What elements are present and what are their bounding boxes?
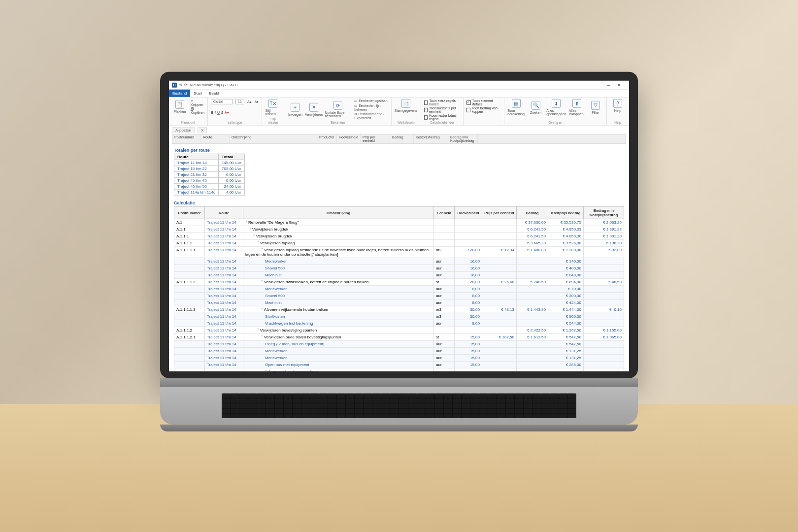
route-link[interactable]: Traject 11 t/m 14 [207,314,236,319]
route-link[interactable]: Traject 11 t/m 14 [207,234,236,238]
help-button[interactable]: ?Help [610,99,626,112]
route-link[interactable]: Traject 114a t/m 114c [177,190,215,195]
route-link[interactable]: Traject 11 t/m 14 [207,328,236,332]
route-link[interactable]: Traject 11 t/m 14 [207,363,236,367]
route-link[interactable]: Traject 11 t/m 14 [207,349,236,353]
calc-row: Traject 11 t/m 14Medewerkeruur15,00€ 131… [174,347,624,354]
route-link[interactable]: Traject 46 t/m 50 [177,184,207,189]
ribbon-tab-start[interactable]: Start [190,90,205,97]
chk-extra-total[interactable]: Koorn extra totaal regels [424,114,461,121]
font-name-select[interactable]: Calibri [211,99,233,104]
chk-extra-rows[interactable]: Toon extra regels boven [424,99,461,106]
route-link[interactable]: Traject 11 t/m 14 [207,287,236,291]
calc-header[interactable]: Postnummer [174,206,205,219]
doc-tab[interactable]: A-posten [172,127,195,133]
stamgegevens-button[interactable]: 📑Stamgegevens [395,99,418,112]
calc-header[interactable]: Prijs per eenheid [482,206,517,219]
calc-title: Calculatie [174,200,624,205]
desc-link[interactable]: Medewerker [265,287,287,291]
font-color-button[interactable]: A▾ [225,110,229,114]
route-link[interactable]: Traject 11 t/m 14 [207,248,236,252]
route-link[interactable]: Traject 11 t/m 14 [207,356,236,360]
copy-button[interactable]: 🗐 Kopiëren [191,107,204,114]
search-button[interactable]: 🔍Zoeken [528,100,544,114]
filter-button[interactable]: ▽Filter [588,100,603,114]
route-link[interactable]: Traject 11 t/m 14 [207,220,236,225]
calc-header[interactable]: Hoeveelheid [455,206,482,219]
route-link[interactable]: Traject 11 t/m 14 [207,300,236,305]
font-shrink-icon[interactable]: A▾ [255,100,259,103]
save-units-button[interactable]: ▭ Eenheden opslaan [354,99,387,103]
route-link[interactable]: Traject 11 t/m 14 [207,307,236,312]
desc-link[interactable]: Machinist [265,300,282,305]
expand-icon[interactable]: ˅ [249,227,251,232]
route-link[interactable]: Traject 11 t/m 14 [207,294,236,298]
qat-redo-icon[interactable]: ⟳ [184,83,188,87]
desc-link[interactable]: Shovel 500 [265,266,285,270]
desc-link[interactable]: Medewerker [265,259,287,264]
ribbon-tab-beeld[interactable]: Beeld [205,90,222,97]
italic-button[interactable]: I [215,111,216,114]
route-link[interactable]: Traject 11 t/m 14 [207,259,236,264]
update-excel-button[interactable]: ⟳Update Excel bestanden [325,101,351,118]
calc-header[interactable]: Kostprijs bedrag [548,206,584,219]
calc-header[interactable]: Bedrag min Kostprijsbedrag [584,206,624,219]
expand-icon[interactable]: ˅ [257,241,259,245]
chk-element-details[interactable]: ✓Toon element details [466,99,501,106]
delete-button[interactable]: ✕Verwijderen [306,102,322,116]
calc-header[interactable]: Omschrijving [243,206,434,219]
strike-button[interactable]: S̶ [221,110,223,114]
expand-icon[interactable]: ˅ [261,248,263,252]
chk-bedrag-koppen[interactable]: Toon bedrag van koppen [466,106,501,113]
route-link[interactable]: Traject 11 t/m 14 [207,241,236,245]
chk-kostprijs[interactable]: Toon kostprijs per eenheid [424,106,461,113]
font-size-select[interactable]: 11 [235,99,244,104]
font-grow-icon[interactable]: A▴ [247,100,252,103]
manage-units-button[interactable]: ▭ Eenheden-lijst beheren [354,104,388,111]
ribbon-tab-bestand[interactable]: Bestand [169,90,190,97]
show-calc-button[interactable]: ▤Toon berekening [507,99,525,116]
expand-icon[interactable]: ˅ [261,307,263,312]
route-link[interactable]: Traject 15 t/m 22 [177,166,207,171]
collapse-all-button[interactable]: ⬆Alles inklappen [569,99,585,116]
route-link[interactable]: Traject 11 t/m 14 [207,321,236,326]
route-link[interactable]: Traject 11 t/m 14 [207,273,236,277]
expand-icon[interactable]: ˅ [253,234,255,238]
calc-header[interactable]: Route [205,206,243,219]
clear-style-button[interactable]: T✕Stijl wissen [265,99,281,116]
calc-header[interactable]: Eenheid [434,206,455,219]
insert-button[interactable]: ＋Invoegen [287,102,303,116]
route-link[interactable]: Traject 11 t/m 14 [207,280,236,284]
route-link[interactable]: Traject 11 t/m 14 [207,227,236,232]
window-controls[interactable]: ─ ✕ [607,82,626,87]
cut-button[interactable]: ✂ Knippen [191,99,204,106]
desc-link[interactable]: Aggregaat en lasapparatuur [268,369,317,371]
desc-link[interactable]: Shovel 500 [265,294,285,298]
expand-icon[interactable]: ˅ [261,280,263,284]
desc-link[interactable]: Stortkosten [265,314,285,319]
qat-undo-icon[interactable]: ⟲ [179,83,182,87]
expand-icon[interactable]: ˅ [245,220,247,225]
route-link[interactable]: Traject 11 t/m 14 [207,342,236,346]
desc-link[interactable]: Machinist [265,273,282,277]
route-link[interactable]: Traject 45 t/m 45 [177,178,207,183]
underline-button[interactable]: U [217,111,220,114]
doc-tab-close[interactable]: X [198,127,207,133]
expand-icon[interactable]: ˅ [265,369,267,371]
bold-button[interactable]: B [211,111,213,114]
expand-icon[interactable]: ˅ [261,335,263,339]
route-link[interactable]: Traject 11 t/m 14 [207,335,236,339]
desc-link[interactable]: Ploeg ( 2 man, bus en equipment) [265,342,325,346]
route-link[interactable]: Traject 11 t/m 14 [207,266,236,270]
desc-link[interactable]: Medewerker [265,356,287,360]
expand-all-button[interactable]: ⬇Alles openklappen [547,99,566,116]
desc-link[interactable]: Vrachtwagen incl bediening [265,321,313,326]
desc-link[interactable]: Open bus met equipment [265,363,309,367]
desc-link[interactable]: Medewerker [265,349,287,353]
route-link[interactable]: Traject 23 t/m 32 [177,172,207,177]
route-link[interactable]: Traject 11 t/m 14 [177,161,207,165]
expand-icon[interactable]: ˅ [257,328,259,332]
calc-header[interactable]: Bedrag [517,206,548,219]
paste-button[interactable]: 📋Plakken [172,100,188,113]
link-export-button[interactable]: ⚙ Postnummering / Exporteren [354,112,388,120]
